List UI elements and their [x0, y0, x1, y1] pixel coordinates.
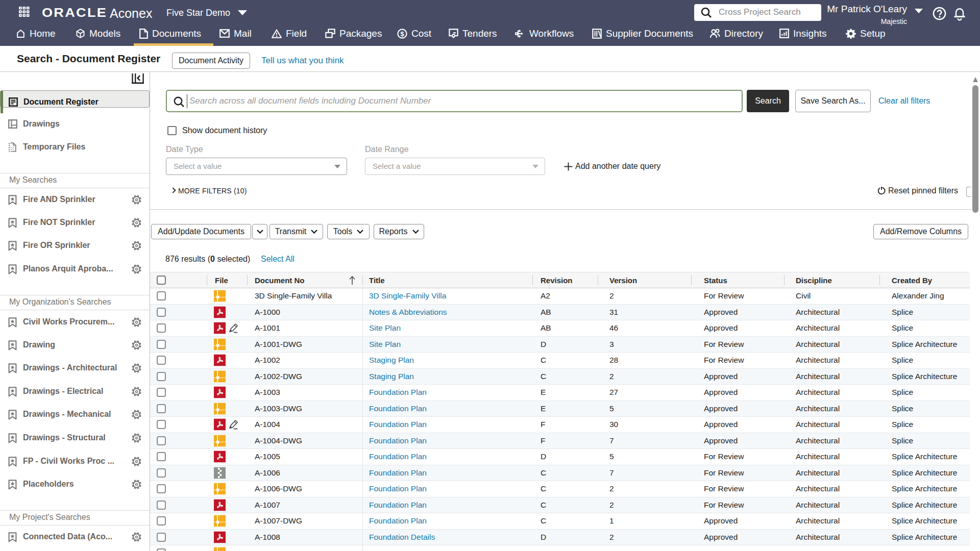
svg-text:$: $ — [400, 30, 404, 37]
